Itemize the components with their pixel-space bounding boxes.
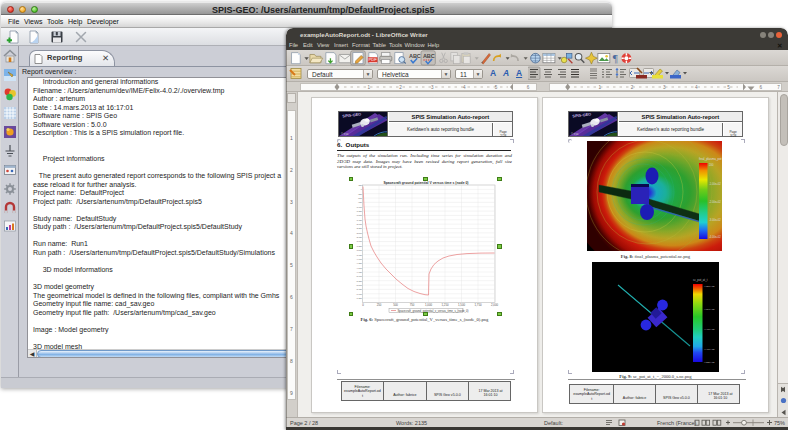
- svg-text:500: 500: [393, 303, 398, 307]
- svg-text:250: 250: [377, 303, 382, 307]
- svg-text:7: 7: [777, 85, 780, 90]
- svg-text:1: 1: [290, 135, 293, 141]
- svg-text:4: 4: [463, 85, 466, 90]
- svg-text:-1.00e+02: -1.00e+02: [709, 182, 721, 186]
- svg-text:3: 3: [290, 199, 293, 205]
- svg-text:3: 3: [663, 85, 666, 90]
- svg-text:-4.53e+03: -4.53e+03: [704, 361, 716, 364]
- svg-text:-2.00e+02: -2.00e+02: [709, 200, 721, 204]
- svg-text:Spacecraft_ground_potential_v_: Spacecraft_ground_potential_v_versus_tim…: [398, 309, 469, 313]
- svg-text:6: 6: [527, 85, 530, 90]
- svg-text:2,000: 2,000: [491, 303, 498, 307]
- svg-text:4: 4: [290, 230, 293, 236]
- svg-text:3: 3: [431, 85, 434, 90]
- svg-text:-3.00e+02: -3.00e+02: [709, 218, 721, 222]
- svg-text:ABC: ABC: [409, 53, 421, 59]
- svg-text:2: 2: [399, 85, 402, 90]
- svg-text:¶: ¶: [613, 52, 618, 64]
- svg-text:9: 9: [290, 390, 293, 396]
- svg-text:5: 5: [290, 262, 293, 268]
- svg-text:sc_pot_at_t: sc_pot_at_t: [693, 278, 708, 282]
- svg-text:2: 2: [631, 85, 634, 90]
- svg-text:5: 5: [727, 85, 730, 90]
- svg-text:-4.47e+03: -4.47e+03: [704, 348, 716, 351]
- svg-text:7: 7: [290, 326, 293, 332]
- svg-text:200: 200: [709, 163, 714, 167]
- svg-text:1,500: 1,500: [458, 303, 465, 307]
- svg-text:final_plasma_pot: final_plasma_pot: [699, 157, 722, 161]
- svg-text:6: 6: [290, 294, 293, 300]
- svg-text:-4.41e+03: -4.41e+03: [704, 328, 716, 331]
- svg-text:2: 2: [290, 167, 293, 173]
- svg-text:1: 1: [599, 85, 602, 90]
- svg-text:4: 4: [695, 85, 698, 90]
- svg-text:-4.34e+03: -4.34e+03: [704, 308, 716, 311]
- svg-text:1,250: 1,250: [442, 303, 449, 307]
- svg-text:ABC: ABC: [423, 53, 435, 59]
- svg-text:8: 8: [290, 358, 293, 364]
- svg-text:-4.00e+02: -4.00e+02: [709, 235, 721, 239]
- svg-text:PDF: PDF: [369, 57, 378, 62]
- svg-text:750: 750: [410, 303, 415, 307]
- svg-text:-4.27e+03: -4.27e+03: [704, 285, 716, 288]
- svg-text:6: 6: [760, 85, 763, 90]
- svg-text:1: 1: [368, 85, 371, 90]
- svg-text:5: 5: [495, 85, 498, 90]
- svg-text:1,750: 1,750: [475, 303, 482, 307]
- svg-text:1,000: 1,000: [425, 303, 432, 307]
